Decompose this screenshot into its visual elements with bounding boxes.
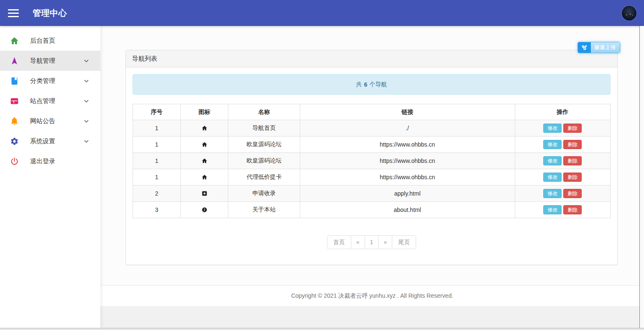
cell-name: 代理低价提卡 (228, 169, 300, 186)
delete-button[interactable]: 删除 (563, 205, 582, 214)
edit-button[interactable]: 修改 (543, 140, 562, 149)
vertical-scrollbar[interactable] (639, 26, 644, 328)
cell-name: 关于本站 (228, 202, 300, 218)
cell-actions: 修改删除 (515, 169, 610, 186)
sidebar-item-label: 系统设置 (30, 137, 55, 145)
pagination-prev[interactable]: « (351, 235, 365, 249)
horizontal-scrollbar[interactable] (0, 328, 644, 330)
cell-icon (181, 186, 228, 202)
quick-upload-label: 极速上传 (591, 42, 620, 53)
sidebar-item-label: 退出登录 (30, 157, 55, 165)
edit-button[interactable]: 修改 (543, 124, 562, 133)
home-icon (202, 174, 207, 180)
cell-actions: 修改删除 (515, 120, 610, 137)
table-row: 1代理低价提卡https://www.ohbbs.cn修改删除 (133, 169, 611, 186)
cell-link: about.html (300, 202, 515, 218)
cell-order: 3 (133, 202, 181, 218)
bell-icon (10, 117, 19, 126)
alert-suffix: 个导航 (369, 81, 387, 88)
cell-icon (181, 202, 228, 218)
table-row: 1欧皇源码论坛https://www.ohbbs.cn修改删除 (133, 137, 611, 153)
edit-button[interactable]: 修改 (543, 205, 562, 214)
delete-button[interactable]: 删除 (563, 124, 582, 133)
cell-order: 1 (133, 120, 181, 137)
pagination-last[interactable]: 尾页 (392, 235, 416, 249)
chevron-down-icon (83, 98, 89, 104)
info-circle-icon (202, 207, 207, 213)
plus-square-icon (202, 191, 207, 196)
cell-link: apply.html (300, 186, 515, 202)
alert-count: 6 (364, 81, 368, 88)
sidebar-item-label: 后台首页 (30, 37, 55, 45)
panel-body: 共 6 个导航 序号 图标 名称 链接 (126, 67, 617, 256)
nav-table: 序号 图标 名称 链接 操作 1导航首页./修改删除1欧皇源码论坛https:/… (133, 104, 611, 218)
window-icon (10, 97, 19, 106)
col-header-order: 序号 (133, 104, 181, 120)
sidebar-item-4[interactable]: 网站公告 (0, 111, 100, 131)
power-icon (10, 157, 19, 166)
cell-link: https://www.ohbbs.cn (300, 153, 515, 169)
table-row: 1欧皇源码论坛https://www.ohbbs.cn修改删除 (133, 153, 611, 169)
cell-link: https://www.ohbbs.cn (300, 137, 515, 153)
sidebar-item-1[interactable]: 导航管理 (0, 51, 100, 71)
delete-button[interactable]: 删除 (563, 156, 582, 165)
cell-order: 1 (133, 169, 181, 186)
sidebar-item-2[interactable]: 分类管理 (0, 71, 100, 91)
cell-icon (181, 153, 228, 169)
admin-page: 管理中心 后台首页导航管理分类管理站点管理网站公告系统设置退出登录 极速上传 导… (0, 0, 644, 330)
col-header-actions: 操作 (515, 104, 610, 120)
home-icon (10, 36, 19, 45)
pagination: 首页 « 1 » 尾页 (327, 235, 416, 249)
panel-header: 导航列表 (126, 50, 617, 67)
edit-button[interactable]: 修改 (543, 189, 562, 198)
chevron-down-icon (83, 118, 89, 124)
edit-button[interactable]: 修改 (543, 156, 562, 165)
quick-upload-button[interactable]: 极速上传 (578, 42, 620, 53)
cloud-share-icon (578, 42, 591, 53)
sidebar-item-6[interactable]: 退出登录 (0, 151, 100, 171)
cell-actions: 修改删除 (515, 153, 610, 169)
cell-actions: 修改删除 (515, 202, 610, 218)
top-bar: 管理中心 (0, 0, 644, 26)
home-icon (202, 142, 207, 147)
delete-button[interactable]: 删除 (563, 189, 582, 198)
hamburger-menu-icon[interactable] (8, 9, 19, 17)
panel-title: 导航列表 (132, 55, 157, 63)
cell-order: 2 (133, 186, 181, 202)
sidebar-item-5[interactable]: 系统设置 (0, 131, 100, 151)
delete-button[interactable]: 删除 (563, 140, 582, 149)
copyright-text: Copyright © 2021 决裁者云呼 yunhu.xyz . All R… (291, 292, 453, 300)
delete-button[interactable]: 删除 (563, 173, 582, 182)
cell-icon (181, 120, 228, 137)
chevron-down-icon (83, 58, 89, 64)
pagination-page-1[interactable]: 1 (365, 235, 379, 249)
table-header-row: 序号 图标 名称 链接 操作 (133, 104, 611, 120)
chevron-down-icon (83, 78, 89, 84)
cell-name: 导航首页 (228, 120, 300, 137)
cell-name: 欧皇源码论坛 (228, 137, 300, 153)
table-row: 1导航首页./修改删除 (133, 120, 611, 137)
cell-actions: 修改删除 (515, 137, 610, 153)
page-title: 管理中心 (33, 8, 67, 19)
pagination-first[interactable]: 首页 (327, 235, 351, 249)
pagination-next[interactable]: » (378, 235, 392, 249)
cell-actions: 修改删除 (515, 186, 610, 202)
sidebar-item-label: 分类管理 (30, 77, 55, 85)
cell-order: 1 (133, 153, 181, 169)
sidebar: 后台首页导航管理分类管理站点管理网站公告系统设置退出登录 (0, 26, 100, 328)
avatar[interactable] (622, 6, 636, 21)
sidebar-item-3[interactable]: 站点管理 (0, 91, 100, 111)
cell-order: 1 (133, 137, 181, 153)
edit-button[interactable]: 修改 (543, 173, 562, 182)
alert-prefix: 共 (356, 81, 362, 88)
col-header-name: 名称 (228, 104, 300, 120)
cell-link: https://www.ohbbs.cn (300, 169, 515, 186)
home-icon (202, 158, 207, 164)
col-header-link: 链接 (300, 104, 515, 120)
location-arrow-icon (10, 57, 19, 65)
nav-list-panel: 导航列表 共 6 个导航 序号 图标 (125, 50, 618, 265)
col-header-icon: 图标 (181, 104, 228, 120)
gear-icon (10, 137, 19, 146)
cell-name: 欧皇源码论坛 (228, 153, 300, 169)
sidebar-item-0[interactable]: 后台首页 (0, 31, 100, 51)
